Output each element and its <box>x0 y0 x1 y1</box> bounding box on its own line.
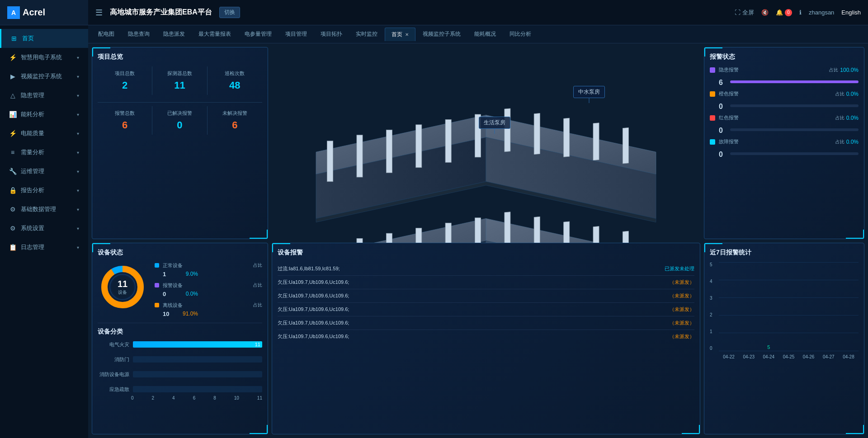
chevron-down-icon: ▾ <box>77 226 79 231</box>
topbar-right: ⛶ 全屏 🔇 🔔 0 ℹ zhangsan English <box>735 9 861 17</box>
language-selector[interactable]: English <box>841 9 861 16</box>
label-living-pump: 生活泵房 <box>479 117 510 129</box>
seven-day-panel: 近7日报警统计 5 4 3 2 1 0 <box>704 243 864 435</box>
normal-dot <box>155 263 159 268</box>
stat-total-alarms: 报警总数 6 <box>98 106 152 135</box>
alarm-row-5: 欠压:Ua109.7,Ub109.6,Uc109.6; （未派发） <box>278 330 694 343</box>
notification-button[interactable]: 🔔 0 <box>776 9 792 16</box>
sidebar-item-report[interactable]: 🔒 报告分析 ▾ <box>0 181 88 200</box>
help-button[interactable]: ℹ <box>799 9 802 16</box>
switch-button[interactable]: 切换 <box>219 7 240 18</box>
donut-center: 11 设备 <box>118 278 127 295</box>
tab-project-topology[interactable]: 项目拓扑 <box>314 28 349 41</box>
chevron-down-icon: ▾ <box>77 74 79 79</box>
sidebar-item-maintenance[interactable]: 🔧 运维管理 ▾ <box>0 162 88 181</box>
sidebar-item-electrical[interactable]: ⚡ 智慧用电子系统 ▾ <box>0 48 88 67</box>
tab-hazard-dispatch[interactable]: 隐患派发 <box>157 28 191 41</box>
alert-fault-section: 故障报警 占比 0.0% 0 <box>710 138 859 159</box>
panel-corner-br2 <box>699 425 700 434</box>
device-category-section: 设备分类 电气火灾 11 消防门 <box>98 323 262 400</box>
bar-chart-container: 5 4 3 2 1 0 <box>710 262 859 362</box>
info-icon: ℹ <box>799 9 802 16</box>
chevron-down-icon: ▾ <box>77 112 79 117</box>
tab-project-mgmt[interactable]: 项目管理 <box>279 28 313 41</box>
tab-max-demand[interactable]: 最大需量报表 <box>192 28 237 41</box>
alert-status-panel: 报警状态 隐患报警 占比 100.0% 6 <box>704 47 864 239</box>
bar-group-2: 5 <box>764 344 773 351</box>
emergency-track <box>133 386 262 392</box>
sidebar-item-video[interactable]: ▶ 视频监控子系统 ▾ <box>0 67 88 86</box>
bell-icon: 🔔 <box>776 9 783 16</box>
alert-red-row: 红色报警 占比 0.0% <box>710 114 859 121</box>
svg-rect-6 <box>357 135 363 177</box>
sidebar-item-settings[interactable]: ⚙ 系统设置 ▾ <box>0 219 88 238</box>
tab-close-icon[interactable]: ✕ <box>405 32 409 37</box>
menu-icon[interactable]: ☰ <box>95 8 103 18</box>
power-icon: ⚡ <box>9 130 16 137</box>
panel-corner-br <box>682 433 700 434</box>
chevron-down-icon: ▾ <box>77 188 79 193</box>
stats-row-1: 项目总数 2 探测器总数 11 巡检次数 48 <box>98 66 262 95</box>
sidebar-item-energy[interactable]: 📊 能耗分析 ▾ <box>0 105 88 124</box>
offline-dot <box>155 303 159 307</box>
sidebar-item-power-quality[interactable]: ⚡ 电能质量 ▾ <box>0 124 88 143</box>
sidebar-logo: A Acrel <box>0 0 88 25</box>
stat-unresolved-alarms: 未解决报警 6 <box>208 106 262 135</box>
legend-offline-values: 10 91.0% <box>163 311 262 317</box>
alert-orange-row: 橙色报警 占比 0.0% <box>710 90 859 97</box>
device-status-content: 11 设备 正常设备 占比 1 9.0% <box>98 262 262 317</box>
hazard-bar-container <box>730 80 859 83</box>
stat-project-count: 项目总数 2 <box>98 66 152 95</box>
warning-icon: △ <box>9 92 16 99</box>
legend-offline: 离线设备 占比 <box>155 302 262 309</box>
sidebar-item-base-data[interactable]: ⚙ 基础数据管理 ▾ <box>0 200 88 219</box>
donut-chart: 11 设备 <box>98 262 147 312</box>
svg-rect-8 <box>416 125 422 168</box>
svg-rect-15 <box>623 127 628 164</box>
grid-line-0 <box>719 351 859 351</box>
tab-distribution[interactable]: 配电图 <box>92 28 121 41</box>
bars-area: 5 <box>719 262 859 351</box>
tab-home[interactable]: 首页 ✕ <box>385 28 415 41</box>
tab-video-system[interactable]: 视频监控子系统 <box>416 28 467 41</box>
fault-dot <box>710 139 715 145</box>
hbar-container: 电气火灾 11 消防门 消防设备电源 <box>98 341 262 393</box>
fullscreen-button[interactable]: ⛶ 全屏 <box>735 9 754 17</box>
label-water-pump: 中水泵房 <box>573 86 605 98</box>
hbar-fire-power: 消防设备电源 <box>98 371 262 378</box>
sidebar: A Acrel ⊞ 首页 ⚡ 智慧用电子系统 ▾ ▶ 视频监控子系统 ▾ △ 隐… <box>0 0 88 438</box>
tab-hazard-query[interactable]: 隐患查询 <box>122 28 156 41</box>
nav-tabs: 配电图 隐患查询 隐患派发 最大需量报表 电参量管理 项目管理 项目拓扑 实时监… <box>88 25 868 43</box>
sidebar-item-logs[interactable]: 📋 日志管理 ▾ <box>0 238 88 257</box>
tab-realtime-monitor[interactable]: 实时监控 <box>349 28 384 41</box>
tab-energy-overview[interactable]: 能耗概况 <box>468 28 502 41</box>
device-status-section: 设备状态 <box>98 249 262 317</box>
orange-bar-container <box>730 104 859 107</box>
stat-inspection-count: 巡检次数 48 <box>208 66 262 95</box>
database-icon: ⚙ <box>9 206 16 213</box>
fire-power-track <box>133 371 262 377</box>
device-alarms-title: 设备报警 <box>278 249 694 257</box>
sidebar-item-demand[interactable]: ≡ 需量分析 ▾ <box>0 143 88 162</box>
chevron-down-icon: ▾ <box>77 169 79 174</box>
red-bar-container <box>730 128 859 131</box>
tab-comparison[interactable]: 同比分析 <box>503 28 538 41</box>
tab-elec-params[interactable]: 电参量管理 <box>238 28 278 41</box>
sidebar-nav: ⊞ 首页 ⚡ 智慧用电子系统 ▾ ▶ 视频监控子系统 ▾ △ 隐患管理 ▾ 📊 … <box>0 25 88 438</box>
mute-button[interactable]: 🔇 <box>761 9 769 16</box>
electrical-track: 11 <box>133 341 262 348</box>
hbar-fire-door: 消防门 <box>98 356 262 363</box>
fault-bar-container <box>730 152 859 155</box>
project-overview-title: 项目总览 <box>98 53 262 61</box>
chevron-down-icon: ▾ <box>77 207 79 212</box>
settings-icon: ⚙ <box>9 225 16 232</box>
username-label: zhangsan <box>809 9 834 16</box>
fire-door-track <box>133 356 262 363</box>
sidebar-item-home[interactable]: ⊞ 首页 <box>0 29 88 48</box>
chevron-down-icon: ▾ <box>77 55 79 60</box>
panel-corner-br2 <box>267 425 268 434</box>
electrical-fill: 11 <box>133 341 262 348</box>
svg-rect-13 <box>564 118 570 157</box>
legend-normal-values: 1 9.0% <box>163 271 262 278</box>
sidebar-item-hazard[interactable]: △ 隐患管理 ▾ <box>0 86 88 105</box>
